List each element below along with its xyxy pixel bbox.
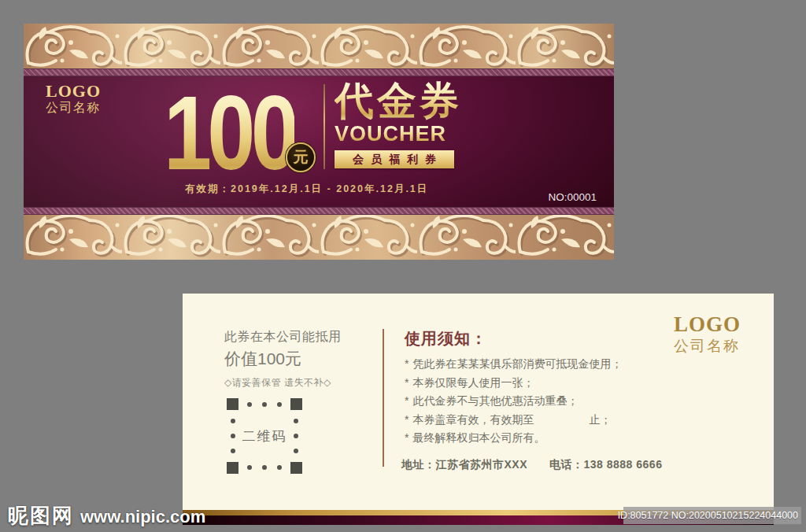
notice-item: *凭此券在某某某俱乐部消费可抵现金使用； xyxy=(405,355,672,374)
address-text: 地址：江苏省苏州市XXX xyxy=(401,458,527,471)
notice-item: *本券仅限每人使用一张； xyxy=(405,374,672,393)
voucher-title-cn: 代金券 xyxy=(335,80,484,121)
notice-item: *最终解释权归本公司所有。 xyxy=(405,429,672,448)
qr-dot-icon xyxy=(247,465,252,470)
qr-code-placeholder: 二维码 xyxy=(227,398,302,474)
site-watermark: 昵图网 www.nipic.com xyxy=(8,502,205,530)
back-logo: LOGO 公司名称 xyxy=(674,314,741,353)
phone-text: 电话：138 8888 6666 xyxy=(549,458,662,471)
redeem-info: 此券在本公司能抵用 价值100元 ◇请妥善保管 遗失不补◇ xyxy=(224,329,342,390)
bullet-marker: * xyxy=(405,394,409,407)
vertical-divider xyxy=(324,84,325,169)
texture-strip-top xyxy=(24,68,614,76)
bullet-marker: * xyxy=(405,413,409,426)
voucher-front-body: LOGO 公司名称 100 元 代金券 VOUCHER 会员福利券 有效期：20… xyxy=(24,76,614,207)
stock-image-page: LOGO 公司名称 100 元 代金券 VOUCHER 会员福利券 有效期：20… xyxy=(0,0,806,532)
redeem-line1: 此券在本公司能抵用 xyxy=(224,329,342,345)
ornate-border-bottom xyxy=(24,215,614,260)
qr-dot-icon xyxy=(262,402,267,407)
notice-title: 使用须知： xyxy=(405,328,672,349)
redeem-value: 价值100元 xyxy=(224,348,342,370)
bullet-marker: * xyxy=(405,357,409,370)
column-divider xyxy=(383,329,384,467)
qr-label: 二维码 xyxy=(227,427,302,445)
site-url: www.nipic.com xyxy=(80,507,205,527)
texture-strip-bottom xyxy=(24,207,614,215)
qr-dot-icon xyxy=(247,402,252,407)
image-id-bar: ID:8051772 NO:20200510215224044000 xyxy=(623,507,801,524)
yuan-badge: 元 xyxy=(286,142,316,172)
logo-text: LOGO xyxy=(674,314,741,335)
title-group: 代金券 VOUCHER 会员福利券 xyxy=(335,80,484,168)
usage-notice: 使用须知： *凭此券在某某某俱乐部消费可抵现金使用； *本券仅限每人使用一张； … xyxy=(405,328,672,448)
qr-corner-icon xyxy=(290,462,302,474)
qr-corner-icon xyxy=(227,398,238,410)
voucher-front: LOGO 公司名称 100 元 代金券 VOUCHER 会员福利券 有效期：20… xyxy=(24,24,614,260)
bullet-marker: * xyxy=(405,431,409,444)
contact-line: 地址：江苏省苏州市XXX电话：138 8888 6666 xyxy=(401,458,662,472)
voucher-back: 此券在本公司能抵用 价值100元 ◇请妥善保管 遗失不补◇ 二 xyxy=(183,294,774,525)
damask-pattern-icon xyxy=(24,24,614,68)
bullet-marker: * xyxy=(405,376,409,389)
image-id-text: ID:8051772 NO:20200510215224044000 xyxy=(618,510,798,521)
notice-item: *此代金券不与其他优惠活动重叠； xyxy=(405,392,672,411)
notice-item-text: 此代金券不与其他优惠活动重叠； xyxy=(412,394,578,407)
notice-item: *本券盖章有效，有效期至 止； xyxy=(405,411,672,430)
qr-corner-icon xyxy=(227,462,238,474)
notice-item-text: 最终解释权归本公司所有。 xyxy=(412,431,545,444)
company-name: 公司名称 xyxy=(46,102,101,114)
qr-corner-icon xyxy=(290,398,302,410)
damask-pattern-icon xyxy=(24,215,614,260)
serial-number: NO:00001 xyxy=(548,191,597,203)
qr-dot-icon xyxy=(231,449,235,453)
qr-dot-icon xyxy=(277,465,282,470)
site-name: 昵图网 xyxy=(8,502,74,530)
company-name: 公司名称 xyxy=(674,338,741,353)
notice-item-text: 本券仅限每人使用一张； xyxy=(412,376,534,389)
qr-dot-icon xyxy=(262,465,267,470)
validity-period: 有效期：2019年.12月.1日 - 2020年.12月.1日 xyxy=(185,183,428,196)
notice-list: *凭此券在某某某俱乐部消费可抵现金使用； *本券仅限每人使用一张； *此代金券不… xyxy=(405,355,672,448)
ribbon-label: 会员福利券 xyxy=(353,153,443,167)
keep-safe-note: ◇请妥善保管 遗失不补◇ xyxy=(224,376,342,390)
qr-dot-icon xyxy=(294,419,298,423)
notice-item-text: 凭此券在某某某俱乐部消费可抵现金使用； xyxy=(412,357,622,370)
notice-item-text: 本券盖章有效，有效期至 止； xyxy=(412,413,611,426)
qr-dot-icon xyxy=(294,449,298,453)
member-benefit-ribbon: 会员福利券 xyxy=(335,150,454,168)
front-logo: LOGO 公司名称 xyxy=(46,83,101,114)
amount-value: 100 xyxy=(164,81,294,184)
ornate-border-top xyxy=(24,24,614,68)
voucher-title-en: VOUCHER xyxy=(335,124,484,145)
qr-dot-icon xyxy=(277,402,282,407)
qr-dot-icon xyxy=(231,419,235,423)
logo-text: LOGO xyxy=(46,83,101,100)
currency-unit: 元 xyxy=(294,147,309,168)
